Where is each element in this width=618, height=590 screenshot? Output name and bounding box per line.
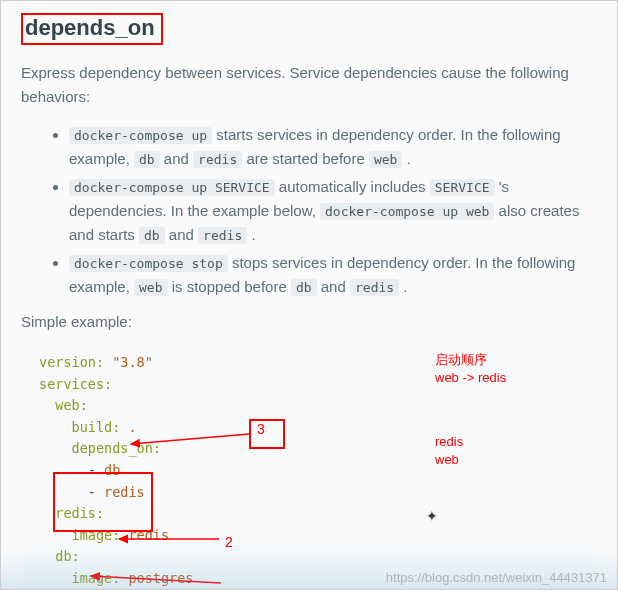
list-item: docker-compose stop stops services in de… (69, 251, 597, 299)
title-highlight-box: depends_on (21, 13, 163, 45)
code-inline: redis (193, 151, 242, 168)
code-inline: web (369, 151, 402, 168)
code-inline: db (291, 279, 317, 296)
code-inline: db (134, 151, 160, 168)
list-item: docker-compose up starts services in dep… (69, 123, 597, 171)
watermark-text: https://blog.csdn.net/weixin_44431371 (386, 570, 607, 585)
code-inline: docker-compose stop (69, 255, 228, 272)
annotation-number-3: 3 (257, 421, 265, 437)
example-label: Simple example: (21, 313, 597, 330)
code-inline: redis (350, 279, 399, 296)
annotation-number-2: 2 (225, 534, 233, 550)
annotation-service-list: redis web (435, 433, 463, 469)
code-inline: web (134, 279, 167, 296)
code-inline: docker-compose up web (320, 203, 494, 220)
code-inline: docker-compose up SERVICE (69, 179, 275, 196)
page-title: depends_on (21, 13, 597, 45)
code-inline: redis (198, 227, 247, 244)
list-item: docker-compose up SERVICE automatically … (69, 175, 597, 247)
annotation-startup-order: 启动顺序 web -> redis (435, 351, 506, 387)
cursor-icon: ✦ (426, 508, 438, 524)
code-inline: db (139, 227, 165, 244)
code-inline: SERVICE (430, 179, 495, 196)
intro-paragraph: Express dependency between services. Ser… (21, 61, 597, 109)
behavior-list: docker-compose up starts services in dep… (21, 123, 597, 299)
code-inline: docker-compose up (69, 127, 212, 144)
yaml-code-block: version: "3.8" services: web: build: . d… (21, 340, 597, 590)
